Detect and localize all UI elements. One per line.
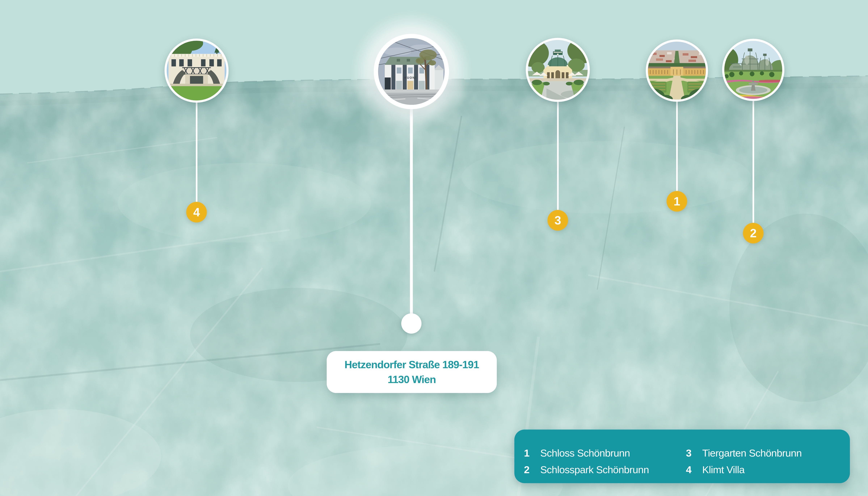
legend-number: 4 <box>686 462 702 478</box>
legend-item-2: 2 Schlosspark Schönbrunn <box>524 462 686 478</box>
badge-number: 2 <box>750 226 757 240</box>
legend-number: 1 <box>524 445 540 462</box>
photo-main-property: KUONI <box>374 34 449 109</box>
property-location-dot <box>401 313 422 334</box>
marker-line-4 <box>196 102 198 202</box>
photo-marker-schlosspark <box>722 39 784 101</box>
badge-number: 3 <box>554 214 561 227</box>
legend-label: Schlosspark Schönbrunn <box>540 462 649 478</box>
photo-marker-tiergarten <box>526 38 590 102</box>
legend-panel: 1 Schloss Schönbrunn 2 Schlosspark Schön… <box>514 430 850 483</box>
klimt-villa-photo-illustration <box>167 41 226 100</box>
legend-label: Tiergarten Schönbrunn <box>702 445 802 462</box>
legend-column-2: 3 Tiergarten Schönbrunn 4 Klimt Villa <box>686 445 802 483</box>
photo-marker-klimt-villa <box>164 38 228 103</box>
badge-number: 4 <box>193 205 200 219</box>
marker-line-2 <box>753 100 754 223</box>
legend-label: Klimt Villa <box>702 462 745 478</box>
map-badge-4: 4 <box>186 202 207 222</box>
kaiserpavillon-photo-illustration <box>528 40 588 100</box>
legend-column-1: 1 Schloss Schönbrunn 2 Schlosspark Schön… <box>524 445 686 483</box>
legend-item-3: 3 Tiergarten Schönbrunn <box>686 445 802 462</box>
main-marker-line <box>410 108 413 324</box>
photo-marker-schloss <box>646 40 708 102</box>
address-line-2: 1130 Wien <box>388 372 436 387</box>
location-map-infographic: 4 KUO <box>0 0 868 496</box>
map-badge-2: 2 <box>743 223 763 244</box>
badge-number: 1 <box>674 195 680 208</box>
marker-line-3 <box>557 101 559 210</box>
address-card: Hetzendorfer Straße 189-191 1130 Wien <box>327 351 497 393</box>
address-line-1: Hetzendorfer Straße 189-191 <box>345 357 479 372</box>
map-badge-1: 1 <box>666 191 687 212</box>
map-badge-3: 3 <box>548 210 568 231</box>
legend-item-1: 1 Schloss Schönbrunn <box>524 445 686 462</box>
marker-line-1 <box>676 100 678 191</box>
legend-number: 2 <box>524 462 540 478</box>
legend-label: Schloss Schönbrunn <box>540 445 630 462</box>
property-street-view-illustration: KUONI <box>378 38 445 105</box>
legend-item-4: 4 Klimt Villa <box>686 462 802 478</box>
kuoni-sign-text: KUONI <box>404 76 416 79</box>
schoenbrunn-aerial-photo-illustration <box>648 42 706 99</box>
legend-number: 3 <box>686 445 702 462</box>
palmenhaus-photo-illustration <box>724 41 782 99</box>
